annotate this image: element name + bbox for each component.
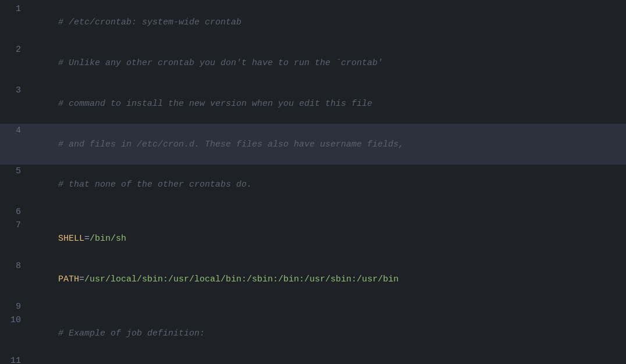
equals: = xyxy=(84,234,90,244)
line-number-11: 11 xyxy=(5,354,21,365)
code-line-4: 4 # and files in /etc/cron.d. These file… xyxy=(0,124,626,165)
equals: = xyxy=(79,274,84,284)
code-line-1: 1 # /etc/crontab: system-wide crontab xyxy=(0,2,626,43)
line-number-3: 3 xyxy=(5,84,21,97)
line-content-8: PATH=/usr/local/sbin:/usr/local/bin:/sbi… xyxy=(27,259,621,300)
comment-text: # and files in /etc/cron.d. These files … xyxy=(58,140,404,149)
line-content-9 xyxy=(27,300,621,313)
comment-text: # /etc/crontab: system-wide crontab xyxy=(58,17,241,27)
line-content-1: # /etc/crontab: system-wide crontab xyxy=(27,2,621,43)
line-content-3: # command to install the new version whe… xyxy=(27,84,621,124)
line-content-6 xyxy=(27,205,621,219)
comment-text: # that none of the other crontabs do. xyxy=(58,180,252,190)
line-number-2: 2 xyxy=(5,43,21,56)
line-content-10: # Example of job definition: xyxy=(27,313,621,354)
line-number-9: 9 xyxy=(5,300,21,313)
line-number-7: 7 xyxy=(5,219,21,232)
line-number-6: 6 xyxy=(5,205,21,219)
comment-text: # Unlike any other crontab you don't hav… xyxy=(58,58,383,68)
code-line-11: 11 # .---------------- minute (0 - 59) xyxy=(0,354,626,365)
line-content-2: # Unlike any other crontab you don't hav… xyxy=(27,43,621,84)
var-name: PATH xyxy=(58,274,79,284)
line-number-1: 1 xyxy=(5,2,21,16)
code-line-10: 10 # Example of job definition: xyxy=(0,313,626,354)
code-line-5: 5 # that none of the other crontabs do. xyxy=(0,165,626,205)
line-number-10: 10 xyxy=(5,313,21,327)
var-name: SHELL xyxy=(58,234,84,244)
code-editor: 1 # /etc/crontab: system-wide crontab 2 … xyxy=(0,0,626,364)
var-value: /bin/sh xyxy=(90,234,126,244)
code-line-2: 2 # Unlike any other crontab you don't h… xyxy=(0,43,626,84)
line-content-5: # that none of the other crontabs do. xyxy=(27,165,621,205)
line-number-5: 5 xyxy=(5,165,21,178)
comment-text: # command to install the new version whe… xyxy=(58,99,372,109)
comment-text: # Example of job definition: xyxy=(58,329,205,338)
line-content-7: SHELL=/bin/sh xyxy=(27,219,621,259)
line-content-11: # .---------------- minute (0 - 59) xyxy=(27,354,621,365)
code-line-7: 7 SHELL=/bin/sh xyxy=(0,219,626,259)
code-line-9: 9 xyxy=(0,300,626,313)
code-line-8: 8 PATH=/usr/local/sbin:/usr/local/bin:/s… xyxy=(0,259,626,300)
code-line-3: 3 # command to install the new version w… xyxy=(0,84,626,124)
code-line-6: 6 xyxy=(0,205,626,219)
line-content-4: # and files in /etc/cron.d. These files … xyxy=(27,124,621,165)
line-number-8: 8 xyxy=(5,259,21,273)
line-number-4: 4 xyxy=(5,124,21,137)
var-value: /usr/local/sbin:/usr/local/bin:/sbin:/bi… xyxy=(84,274,399,284)
